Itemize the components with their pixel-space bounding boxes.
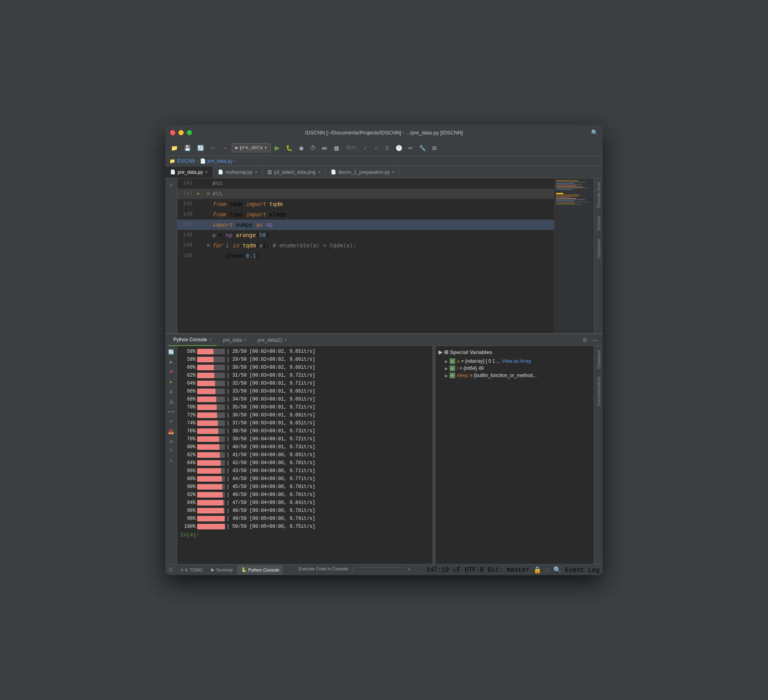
coverage-button[interactable]: ◉ — [297, 143, 306, 153]
var-a-arrow[interactable]: ▶ — [445, 359, 448, 364]
progress-bar-outer — [197, 365, 225, 370]
tab-pre-data[interactable]: 📄 pre_data.py ✕ — [165, 166, 213, 178]
print-icon[interactable]: 🖨 — [167, 397, 176, 406]
tab-close-multiarray[interactable]: ✕ — [254, 170, 258, 174]
git-fetch-button[interactable]: ⇅ — [382, 143, 392, 153]
console-progress-line: 76%| 38/50 [00:03<00:01, 9.73it/s] — [180, 427, 429, 435]
documentation-side-tab[interactable]: Documentation — [595, 373, 603, 410]
console-prompt[interactable]: In[4]: — [180, 532, 429, 538]
code-editor[interactable]: 143 #%% 144 ▶ ⊞ #%% 145 from t — [177, 178, 554, 333]
run-config-dropdown[interactable]: ▶ pre_data ▾ — [232, 143, 271, 152]
progress-percent: 84% — [180, 460, 196, 466]
tab-p3-select[interactable]: 🖼 p3_select_data.png ✕ — [263, 166, 326, 178]
git-settings-button[interactable]: 🔧 — [417, 143, 428, 153]
tab-dncnn[interactable]: 📄 dncnn_1_preparation.py ✕ — [326, 166, 400, 178]
var-a-value: = {ndarray} [ 0 1 ... — [461, 358, 500, 364]
step-button[interactable]: ▦ — [332, 143, 341, 153]
tab-pre-data-console[interactable]: pre_data ✕ — [218, 334, 251, 346]
upload-icon[interactable]: 📤 — [167, 427, 176, 436]
code-line-150: 150 sleep(0.1) — [177, 251, 554, 261]
git-revert-button[interactable]: ↩ — [406, 143, 415, 153]
database-side-tab[interactable]: Database — [595, 346, 603, 373]
var-item-i[interactable]: ▶ ≡ i = {int64} 49 — [438, 365, 591, 372]
forward-button[interactable]: → — [220, 143, 230, 153]
table-icon[interactable]: ⊞ — [167, 387, 176, 396]
console-progress-line: 62%| 31/50 [00:03<00:01, 9.72it/s] — [180, 371, 429, 379]
tab-python-console[interactable]: Python Console ✕ — [169, 334, 217, 346]
breadcrumb-project[interactable]: IDSCNN — [177, 158, 195, 164]
restart-console-icon[interactable]: 🔄 — [167, 348, 176, 356]
footer-tab-terminal[interactable]: ▶ Terminal — [207, 565, 237, 575]
progress-percent: 78% — [180, 436, 196, 442]
left-panel-toggle[interactable]: ☰ — [169, 566, 173, 574]
help-icon[interactable]: ? — [167, 447, 176, 456]
footer-tab-todo[interactable]: ≡ 6: TODO — [177, 565, 206, 575]
settings-button[interactable]: ⚙ — [581, 336, 589, 344]
database-tab[interactable]: Database — [595, 235, 603, 262]
tab-pre-data-2-console[interactable]: pre_data(2) ✕ — [253, 334, 292, 346]
footer-tab-terminal-label: Terminal — [216, 568, 233, 572]
cursor-position[interactable]: 147:19 — [426, 566, 449, 574]
tab-close-pre-data[interactable]: ✕ — [205, 170, 208, 174]
tab-pre-data-close[interactable]: ✕ — [243, 338, 246, 342]
progress-bar-outer — [197, 428, 225, 434]
progress-text: | 49/50 [00:05<00:00, 9.79it/s] — [227, 516, 315, 521]
run-button[interactable]: ▶ — [272, 142, 282, 153]
console-content: 🔄 ▶ ■ ▶ ⊞ 🖨 ⟺ ∞ 📤 ⚙ ? + 58%| 28/50 [00:0… — [165, 346, 603, 564]
tab-close-p3-select[interactable]: ✕ — [318, 170, 321, 174]
back-button[interactable]: ← — [208, 143, 218, 153]
git-check-button[interactable]: ✓ — [361, 143, 370, 153]
encoding[interactable]: UTF-8 — [465, 566, 484, 574]
wrap-icon[interactable]: ⟺ — [167, 407, 176, 416]
git-history-button[interactable]: 🕐 — [393, 143, 405, 153]
more-button[interactable]: ⊞ — [430, 143, 439, 153]
save-button[interactable]: 💾 — [182, 143, 193, 153]
tab-python-console-close[interactable]: ✕ — [209, 337, 212, 342]
git-label: Git: — [346, 145, 358, 151]
sync-button[interactable]: 🔄 — [195, 143, 206, 153]
view-as-array-link[interactable]: View as Array — [502, 358, 531, 364]
git-status[interactable]: Git: master — [488, 566, 530, 574]
window-title: IDSCNN [~/Documents/Projects/IDSCNN] - .… — [305, 130, 463, 136]
line-ending[interactable]: LF — [453, 566, 460, 574]
progress-bar-inner — [197, 397, 216, 402]
event-log[interactable]: 🔍 Event Log — [553, 566, 599, 574]
profile-button[interactable]: ⏱ — [308, 143, 318, 153]
add-icon[interactable]: + — [167, 457, 176, 466]
minimize-button[interactable] — [178, 130, 184, 135]
step-over-button[interactable]: ⏭ — [320, 143, 330, 153]
git-push-button[interactable]: ✓ — [372, 143, 381, 153]
progress-bar-inner — [197, 492, 223, 498]
sciview-tab[interactable]: SciView — [595, 212, 603, 235]
tab-icon-dncnn: 📄 — [331, 169, 336, 175]
maximize-button[interactable] — [187, 130, 192, 135]
special-variables-arrow[interactable]: ▶ — [438, 349, 442, 355]
special-variables-label: Special Variables — [450, 349, 492, 355]
var-item-a[interactable]: ▶ ≡ a = {ndarray} [ 0 1 ... View as Arra… — [438, 358, 591, 365]
open-folder-button[interactable]: 📁 — [169, 143, 180, 153]
console-output[interactable]: 58%| 28/50 [00:02<00:02, 9.65it/s]58%| 2… — [177, 346, 432, 564]
settings-console-icon[interactable]: ⚙ — [167, 437, 176, 446]
progress-text: | 29/50 [00:02<00:02, 9.66it/s] — [227, 357, 315, 362]
close-button[interactable] — [170, 130, 175, 135]
tab-multiarray[interactable]: 📄 multiarray.py ✕ — [213, 166, 263, 178]
stop-icon[interactable]: ■ — [167, 368, 176, 376]
var-item-sleep[interactable]: ▶ ≡ sleep = {builtin_function_or_method.… — [438, 372, 591, 379]
footer-tab-python-console[interactable]: 🐍 Python Console — [237, 565, 283, 575]
project-sidebar-icon[interactable]: 1 — [166, 180, 176, 190]
run-code-icon[interactable]: ▶ — [167, 358, 176, 366]
debug-button[interactable]: 🐛 — [283, 143, 295, 153]
progress-bar-outer — [197, 452, 225, 458]
tab-pre-data-2-close[interactable]: ✕ — [284, 338, 287, 342]
tab-label-p3-select: p3_select_data.png — [274, 169, 316, 175]
var-sleep-arrow[interactable]: ▶ — [445, 373, 448, 378]
breadcrumb-file[interactable]: pre_data.py — [208, 158, 233, 164]
search-icon[interactable]: 🔍 — [591, 129, 598, 136]
infinity-icon[interactable]: ∞ — [167, 417, 176, 426]
remote-host-tab[interactable]: Remote Host — [595, 178, 603, 212]
var-i-arrow[interactable]: ▶ — [445, 366, 448, 371]
minimize-panel-button[interactable]: — — [591, 336, 599, 344]
run-green-icon[interactable]: ▶ — [167, 377, 176, 386]
progress-text: | 35/50 [00:03<00:01, 9.72it/s] — [227, 404, 315, 410]
tab-close-dncnn[interactable]: ✕ — [392, 170, 395, 174]
